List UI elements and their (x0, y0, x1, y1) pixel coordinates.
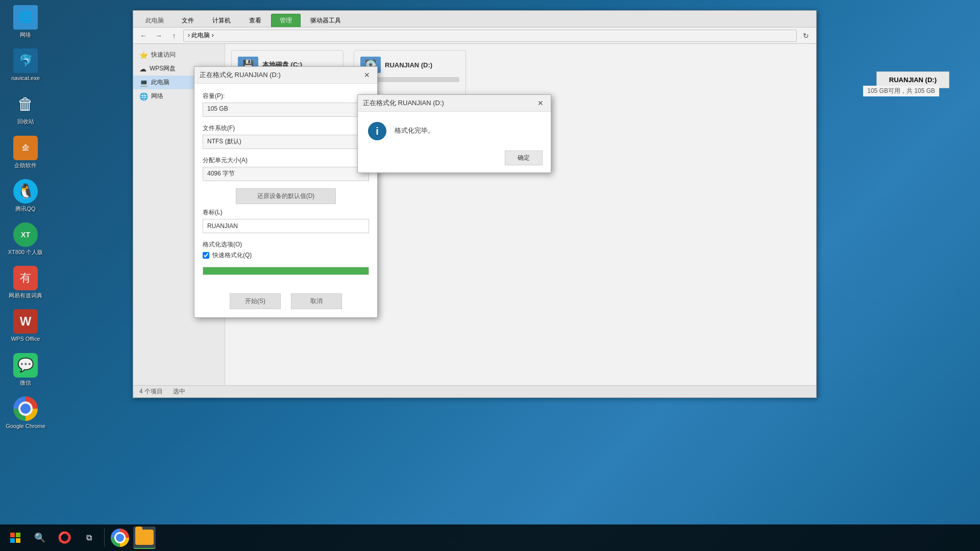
search-button[interactable]: 🔍 (29, 527, 51, 549)
svg-rect-0 (10, 533, 15, 537)
task-view-button[interactable]: ⧉ (78, 527, 100, 549)
format-dialog-body: 容量(P): 105 GB 文件系统(F) NTFS (默认) 分配单元大小(A… (194, 84, 377, 288)
allocation-group: 分配单元大小(A) 4096 字节 (203, 156, 369, 181)
format-dialog-title: 正在格式化 RUANJIAN (D:) (200, 70, 281, 80)
svg-rect-2 (10, 538, 15, 543)
capacity-input[interactable]: 105 GB (203, 103, 369, 117)
completion-dialog: 正在格式化 RUANJIAN (D:) ✕ i 格式化完毕。 确定 (357, 94, 551, 173)
taskbar-separator-1 (104, 529, 105, 547)
svg-rect-3 (16, 538, 20, 543)
taskbar-pinned-apps (109, 527, 156, 549)
capacity-group: 容量(P): 105 GB (203, 92, 369, 117)
allocation-select[interactable]: 4096 字节 (203, 167, 369, 181)
taskbar-folder-button[interactable] (133, 527, 156, 549)
format-dialog: 正在格式化 RUANJIAN (D:) ✕ 容量(P): 105 GB 文件系统… (194, 66, 378, 318)
completion-dialog-body: i 格式化完毕。 (358, 112, 551, 145)
cancel-format-button[interactable]: 取消 (291, 293, 342, 309)
capacity-label: 容量(P): (203, 92, 369, 101)
cortana-button[interactable]: ⭕ (53, 527, 76, 549)
quick-format-label: 快速格式化(Q) (212, 251, 252, 260)
allocation-label: 分配单元大小(A) (203, 156, 369, 165)
start-format-button[interactable]: 开始(S) (230, 293, 281, 309)
taskbar-chrome-button[interactable] (109, 527, 131, 549)
format-progress-bar-fill (203, 267, 369, 274)
completion-dialog-buttons: 确定 (358, 145, 551, 172)
filesystem-label: 文件系统(F) (203, 124, 369, 133)
volume-group: 卷标(L) (203, 208, 369, 233)
quick-format-group: 快速格式化(Q) (203, 251, 369, 260)
dialog-overlay (0, 0, 980, 551)
reset-defaults-button[interactable]: 还原设备的默认值(D) (236, 188, 336, 204)
format-progress-bar-bg (203, 267, 369, 275)
svg-rect-1 (16, 533, 20, 537)
reset-btn-container: 还原设备的默认值(D) (203, 188, 369, 204)
quick-format-checkbox[interactable] (203, 252, 209, 259)
taskbar: 🔍 ⭕ ⧉ (0, 524, 980, 551)
format-dialog-titlebar: 正在格式化 RUANJIAN (D:) ✕ (194, 67, 377, 84)
cortana-icon: ⭕ (58, 531, 71, 544)
format-options-group: 格式化选项(O) 快速格式化(Q) (203, 240, 369, 260)
format-dialog-close-button[interactable]: ✕ (362, 70, 372, 80)
completion-dialog-titlebar: 正在格式化 RUANJIAN (D:) ✕ (358, 95, 551, 112)
filesystem-select[interactable]: NTFS (默认) (203, 135, 369, 149)
completion-dialog-title: 正在格式化 RUANJIAN (D:) (363, 98, 444, 108)
taskbar-chrome-icon (111, 529, 129, 547)
windows-logo-icon (10, 533, 20, 543)
search-icon: 🔍 (34, 532, 45, 543)
taskview-icon: ⧉ (86, 533, 92, 542)
format-dialog-buttons: 开始(S) 取消 (194, 288, 377, 317)
info-icon: i (368, 122, 386, 140)
start-button[interactable] (4, 527, 27, 549)
completion-message: 格式化完毕。 (395, 122, 434, 135)
desktop: 🌐 网络 🐬 navicat.exe 🗑 回收站 企 企助软件 🐧 (0, 0, 980, 551)
volume-label: 卷标(L) (203, 208, 369, 217)
filesystem-group: 文件系统(F) NTFS (默认) (203, 124, 369, 149)
ok-button[interactable]: 确定 (505, 151, 543, 165)
format-options-label: 格式化选项(O) (203, 240, 369, 249)
volume-input[interactable] (203, 219, 369, 233)
completion-dialog-close-button[interactable]: ✕ (535, 98, 546, 108)
taskbar-folder-icon (135, 530, 154, 545)
